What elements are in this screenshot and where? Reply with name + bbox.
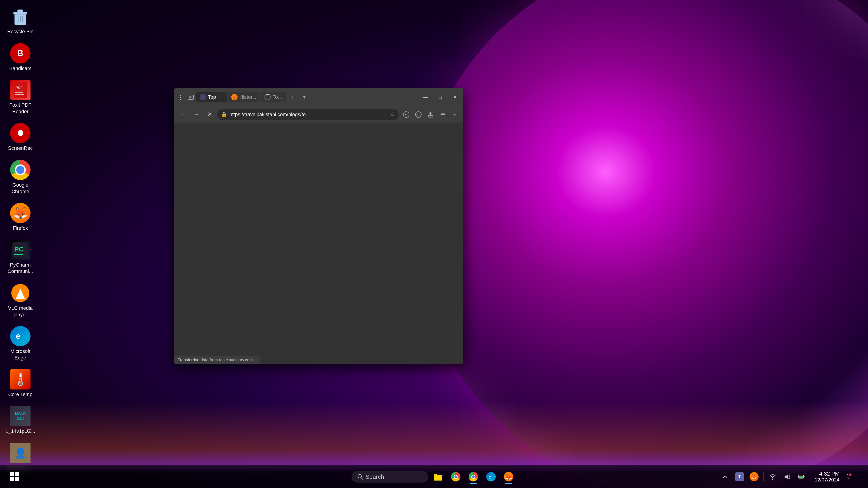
maximize-button[interactable]: □ bbox=[434, 92, 447, 103]
tray-firefox[interactable]: 🦊 bbox=[749, 471, 760, 482]
firefox-icon: 🦊 bbox=[10, 203, 31, 223]
start-button[interactable] bbox=[7, 469, 23, 485]
tab-close-top[interactable]: × bbox=[218, 94, 223, 100]
hamburger-menu-button[interactable] bbox=[437, 109, 448, 120]
svg-rect-43 bbox=[799, 476, 803, 478]
reload-button[interactable]: ✕ bbox=[204, 109, 216, 121]
desktop-icon-vlc[interactable]: VLC media player bbox=[2, 281, 38, 320]
foxit-icon: PDF bbox=[10, 80, 31, 100]
svg-rect-9 bbox=[16, 92, 23, 93]
desktop-icon-pycharm[interactable]: PC PyCharm Communi... bbox=[2, 238, 38, 276]
back-button[interactable]: ← bbox=[177, 109, 188, 121]
taskbar-chrome-2[interactable] bbox=[465, 469, 481, 485]
desktop-icon-firefox[interactable]: 🦊 Firefox bbox=[2, 201, 38, 233]
tab-back-btn[interactable]: ⋮ bbox=[176, 93, 185, 102]
bookmark-star-button[interactable]: ☆ bbox=[390, 111, 395, 118]
taskbar-left bbox=[7, 469, 23, 485]
bandicam-label: Bandicam bbox=[9, 65, 31, 72]
browser-window: ⋮ T Top × 🦊 Histor... To bbox=[174, 88, 463, 364]
address-bar[interactable]: 🔒 https://travelpakistani.com/blogs/to ☆ bbox=[217, 109, 399, 120]
pocket-button[interactable] bbox=[401, 109, 412, 120]
toolbar-actions: A ↵ bbox=[401, 109, 461, 120]
search-icon bbox=[357, 474, 363, 480]
translate-button[interactable]: A bbox=[413, 109, 424, 120]
desktop-icon-recycle-bin[interactable]: Recycle Bin bbox=[2, 4, 38, 37]
minimize-button[interactable]: — bbox=[419, 92, 433, 103]
close-button[interactable]: ✕ bbox=[448, 92, 462, 103]
desktop-icon-screenrec[interactable]: ⏺ ScreenRec bbox=[2, 121, 38, 153]
share-button[interactable] bbox=[425, 109, 436, 120]
foxit-label: Foxit PDF Reader bbox=[4, 102, 37, 115]
browser-toolbar: ← → ✕ 🔒 https://travelpakistani.com/blog… bbox=[174, 106, 463, 123]
screenrec-label: ScreenRec bbox=[8, 145, 33, 152]
tray-teams[interactable]: T bbox=[734, 471, 745, 482]
taskbar-file-explorer[interactable] bbox=[430, 469, 446, 485]
google-chrome-icon bbox=[10, 160, 31, 180]
search-box[interactable]: Search bbox=[351, 471, 428, 483]
browser-tab-history[interactable]: 🦊 Histor... bbox=[228, 92, 260, 102]
tray-wifi[interactable] bbox=[767, 471, 778, 482]
edge-taskbar-icon: e bbox=[486, 472, 496, 482]
svg-rect-31 bbox=[10, 477, 14, 481]
tab-list-button[interactable]: ▾ bbox=[299, 92, 310, 103]
tab-label-history: Histor... bbox=[239, 94, 256, 100]
svg-rect-6 bbox=[13, 82, 27, 98]
desktop-icon-edge[interactable]: e Microsoft Edge bbox=[2, 324, 38, 363]
tab-label-to: To... bbox=[273, 94, 282, 100]
desktop-icon-datascience[interactable]: DATASCI 1_14v1pUZ... bbox=[2, 404, 38, 436]
tray-volume[interactable] bbox=[782, 471, 793, 482]
tray-battery[interactable] bbox=[796, 471, 807, 482]
browser-titlebar: ⋮ T Top × 🦊 Histor... To bbox=[174, 88, 463, 106]
forward-button[interactable]: → bbox=[190, 109, 202, 121]
photo-icon: 👤 bbox=[10, 443, 31, 463]
tab-history-icon[interactable] bbox=[186, 93, 195, 102]
svg-point-39 bbox=[772, 479, 773, 480]
new-tab-button[interactable]: + bbox=[287, 92, 298, 103]
notification-bell-icon bbox=[845, 473, 852, 480]
status-text: Transferring data from res.cloudinary.co… bbox=[178, 358, 256, 362]
taskbar-edge[interactable]: e bbox=[483, 469, 499, 485]
svg-text:e: e bbox=[489, 474, 491, 480]
vlc-icon bbox=[10, 283, 31, 303]
svg-rect-2 bbox=[18, 10, 23, 13]
browser-tab-top[interactable]: T Top × bbox=[196, 92, 227, 102]
google-chrome-label: Google Chrome bbox=[4, 182, 37, 195]
svg-rect-10 bbox=[16, 94, 24, 95]
taskbar-center: Search bbox=[351, 469, 517, 485]
pycharm-icon: PC bbox=[10, 240, 31, 260]
taskbar-chrome-1[interactable] bbox=[448, 469, 464, 485]
vlc-label: VLC media player bbox=[4, 305, 37, 318]
desktop-icon-coretemp[interactable]: 🌡️ Core Temp bbox=[2, 367, 38, 400]
desktop-icon-google-chrome[interactable]: Google Chrome bbox=[2, 158, 38, 197]
desktop: Recycle Bin B Bandicam PDF bbox=[0, 0, 868, 488]
tab-label-top: Top bbox=[208, 94, 216, 100]
svg-text:e: e bbox=[16, 331, 20, 341]
screenrec-icon: ⏺ bbox=[10, 123, 31, 143]
desktop-icon-bandicam[interactable]: B Bandicam bbox=[2, 41, 38, 74]
volume-icon bbox=[784, 473, 790, 480]
svg-rect-13 bbox=[14, 254, 23, 255]
svg-rect-8 bbox=[16, 91, 25, 91]
system-tray: T 🦊 bbox=[720, 469, 861, 485]
tray-notifications[interactable] bbox=[843, 471, 854, 482]
search-box-label: Search bbox=[366, 473, 384, 480]
coretemp-label: Core Temp bbox=[8, 391, 32, 398]
svg-text:A: A bbox=[416, 113, 418, 116]
datascience-label: 1_14v1pUZ... bbox=[5, 428, 35, 435]
url-text: https://travelpakistani.com/blogs/to bbox=[229, 111, 388, 118]
svg-rect-37 bbox=[434, 474, 437, 476]
show-desktop-button[interactable] bbox=[858, 469, 861, 485]
svg-rect-27 bbox=[440, 114, 445, 115]
tab-favicon-history: 🦊 bbox=[231, 94, 238, 100]
edge-icon: e bbox=[10, 326, 31, 346]
tray-chevron[interactable] bbox=[720, 471, 731, 482]
svg-text:PC: PC bbox=[14, 246, 24, 253]
svg-rect-16 bbox=[16, 297, 24, 299]
recycle-bin-icon bbox=[10, 6, 31, 27]
taskbar-firefox[interactable]: 🦊 bbox=[501, 469, 517, 485]
clock[interactable]: 4:32 PM 12/07/2024 bbox=[815, 470, 839, 483]
browser-tab-to[interactable]: To... bbox=[261, 92, 286, 102]
desktop-icon-foxit-pdf[interactable]: PDF Foxit PDF Reader bbox=[2, 78, 38, 117]
cursor-icon: ↵ bbox=[450, 109, 461, 120]
pycharm-label: PyCharm Communi... bbox=[4, 262, 37, 275]
